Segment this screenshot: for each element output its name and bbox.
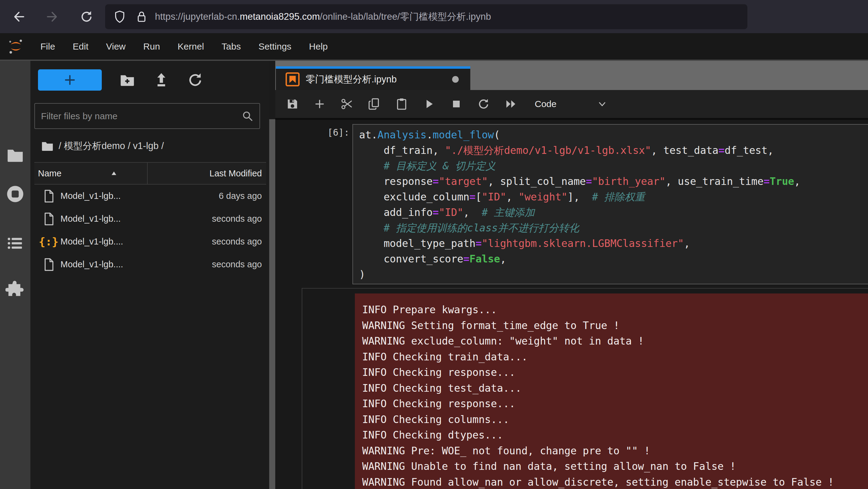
- notebook-tab[interactable]: 零门槛模型分析.ipynb: [276, 66, 470, 90]
- file-last-modified: 6 days ago: [219, 191, 266, 201]
- file-browser-panel: / 模型分析demo / v1-lgb / Name Last Modified…: [30, 61, 269, 489]
- panel-splitter-top: [269, 61, 275, 119]
- browser-nav-buttons: [0, 10, 94, 24]
- save-button[interactable]: [286, 97, 299, 111]
- code-line: at.Analysis.model_flow(: [359, 127, 868, 143]
- run-all-button[interactable]: [504, 97, 518, 111]
- menu-item-kernel[interactable]: Kernel: [169, 33, 213, 60]
- file-icon: [42, 212, 56, 226]
- sidebar-tab-files-icon[interactable]: [5, 145, 25, 165]
- error-log-output: INFO Prepare kwargs...WARNING Setting fo…: [355, 293, 868, 489]
- run-button[interactable]: [422, 97, 436, 111]
- notebook-toolbar: Code: [275, 90, 868, 120]
- cell-execution-prompt: [6]:: [275, 127, 349, 138]
- log-line: WARNING Found allow_nan or allow_discret…: [362, 474, 868, 489]
- log-line: INFO Checking response...: [362, 396, 868, 412]
- folder-icon[interactable]: [40, 139, 54, 153]
- shield-icon[interactable]: [113, 10, 126, 23]
- menu-item-edit[interactable]: Edit: [64, 33, 97, 60]
- plus-icon: [63, 73, 77, 87]
- url-prefix: https://jupyterlab-cn.: [155, 11, 240, 22]
- menu-item-tabs[interactable]: Tabs: [213, 33, 249, 60]
- menu-item-view[interactable]: View: [97, 33, 134, 60]
- new-folder-button[interactable]: [119, 71, 136, 88]
- file-last-modified: seconds ago: [212, 259, 266, 269]
- code-line: # 指定使用训练的class并不进行打分转化: [359, 220, 868, 236]
- lock-icon[interactable]: [135, 10, 148, 23]
- sidebar-tab-running-icon[interactable]: [5, 184, 25, 204]
- file-row[interactable]: {:}Model_v1-lgb....seconds ago: [34, 230, 266, 253]
- log-line: WARNING exclude_column: "weight" not in …: [362, 333, 868, 349]
- code-line: # 目标定义 & 切片定义: [359, 158, 868, 174]
- notebook-toolbar-buttons: [286, 97, 532, 111]
- cell-type-select[interactable]: Code: [535, 98, 608, 110]
- file-list: Model_v1-lgb...6 days agoModel_v1-lgb...…: [34, 184, 266, 276]
- forward-arrow-icon[interactable]: [45, 10, 60, 24]
- main-area: 零门槛模型分析.ipynb Code [6]: at.Analysis.mode…: [275, 61, 868, 489]
- add-cell-button[interactable]: [313, 97, 326, 111]
- paste-button[interactable]: [395, 97, 408, 111]
- menu-item-settings[interactable]: Settings: [250, 33, 300, 60]
- reload-icon[interactable]: [80, 10, 94, 24]
- cut-button[interactable]: [340, 97, 354, 111]
- url-domain: metanoia8295.com: [240, 11, 320, 22]
- new-launcher-button[interactable]: [38, 69, 102, 91]
- notebook-icon: [285, 72, 300, 87]
- file-icon: [42, 189, 56, 203]
- jupyter-logo-icon: [0, 38, 32, 55]
- log-line: INFO Checking dtypes...: [362, 427, 868, 443]
- back-arrow-icon[interactable]: [11, 10, 26, 24]
- tab-title: 零门槛模型分析.ipynb: [306, 73, 397, 86]
- cell-type-label: Code: [535, 99, 557, 109]
- file-row[interactable]: Model_v1-lgb....seconds ago: [34, 253, 266, 276]
- cell-output-area: INFO Prepare kwargs...WARNING Setting fo…: [302, 288, 868, 489]
- chevron-down-icon: [596, 98, 608, 110]
- restart-button[interactable]: [477, 97, 490, 111]
- breadcrumb-path[interactable]: / 模型分析demo / v1-lgb /: [59, 140, 164, 152]
- upload-button[interactable]: [153, 71, 170, 88]
- file-name: Model_v1-lgb....: [60, 259, 123, 269]
- refresh-button[interactable]: [187, 71, 204, 88]
- breadcrumb[interactable]: / 模型分析demo / v1-lgb /: [40, 138, 164, 154]
- log-line: INFO Checking columns...: [362, 412, 868, 428]
- unsaved-changes-dot-icon[interactable]: [452, 76, 459, 83]
- url-text: https://jupyterlab-cn.metanoia8295.com/o…: [155, 10, 491, 23]
- column-header-name[interactable]: Name: [34, 169, 61, 178]
- log-line: WARNING Unable to find nan data, setting…: [362, 459, 868, 474]
- log-line: WARNING Pre: WOE_ not found, change pre …: [362, 443, 868, 459]
- filter-files-input[interactable]: [35, 111, 241, 122]
- sidebar-tab-toc-icon[interactable]: [5, 234, 25, 253]
- copy-button[interactable]: [368, 97, 381, 111]
- code-line: add_info="ID", # 主键添加: [359, 205, 868, 220]
- file-list-header: Name Last Modified: [34, 162, 266, 184]
- panel-splitter[interactable]: [269, 61, 275, 489]
- menu-item-run[interactable]: Run: [134, 33, 169, 60]
- filter-files-box: [34, 103, 260, 129]
- menu-item-file[interactable]: File: [32, 33, 64, 60]
- menu-item-help[interactable]: Help: [300, 33, 337, 60]
- file-row[interactable]: Model_v1-lgb...6 days ago: [34, 184, 266, 207]
- menu-items: FileEditViewRunKernelTabsSettingsHelp: [32, 33, 337, 60]
- log-line: INFO Checking test_data...: [362, 380, 868, 396]
- file-last-modified: seconds ago: [212, 214, 266, 224]
- code-line: response="target", split_col_name="birth…: [359, 174, 868, 189]
- column-separator: [147, 163, 148, 184]
- activity-bar: [0, 61, 30, 489]
- tab-bar: 零门槛模型分析.ipynb: [275, 61, 868, 90]
- sort-ascending-icon[interactable]: [110, 169, 118, 177]
- search-icon: [241, 110, 254, 122]
- code-line: convert_score=False,: [359, 251, 868, 267]
- browser-toolbar: https://jupyterlab-cn.metanoia8295.com/o…: [0, 0, 868, 33]
- code-line: model_type_path="lightgbm.sklearn.LGBMCl…: [359, 236, 868, 251]
- file-name: Model_v1-lgb...: [60, 214, 121, 224]
- url-path: /online-lab/lab/tree/零门槛模型分析.ipynb: [320, 11, 491, 22]
- stop-button[interactable]: [450, 97, 463, 111]
- file-row[interactable]: Model_v1-lgb...seconds ago: [34, 207, 266, 230]
- sidebar-tab-extensions-icon[interactable]: [5, 280, 25, 299]
- log-line: INFO Prepare kwargs...: [362, 302, 868, 318]
- code-line: ): [359, 267, 868, 282]
- file-name: Model_v1-lgb....: [60, 237, 123, 247]
- url-bar[interactable]: https://jupyterlab-cn.metanoia8295.com/o…: [105, 4, 747, 29]
- column-header-last-modified[interactable]: Last Modified: [210, 169, 262, 178]
- code-cell-editor[interactable]: at.Analysis.model_flow( df_train, "./模型分…: [352, 124, 868, 284]
